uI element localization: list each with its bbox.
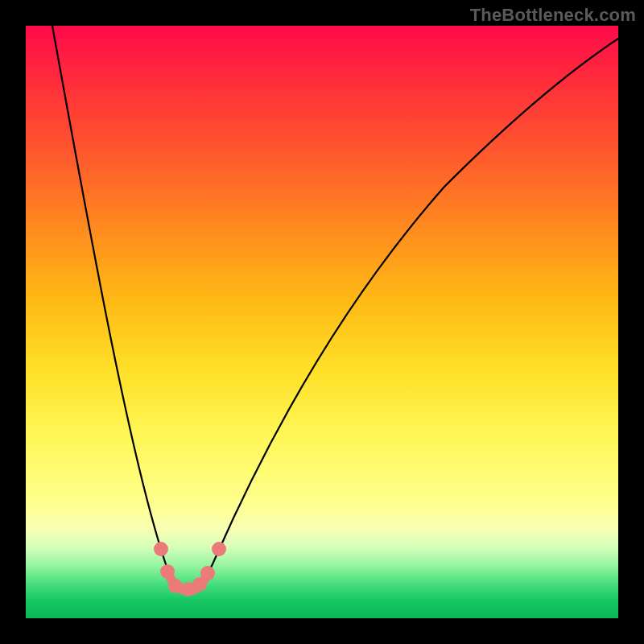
marker-dot	[212, 542, 226, 556]
watermark-text: TheBottleneck.com	[470, 5, 636, 26]
plot-area	[26, 26, 618, 618]
marker-group	[154, 542, 226, 597]
chart-frame: TheBottleneck.com	[0, 0, 644, 644]
marker-dot	[160, 564, 175, 579]
curve-svg	[26, 26, 618, 618]
marker-dot	[200, 566, 215, 580]
bottleneck-curve	[52, 26, 618, 589]
marker-dot	[168, 579, 183, 593]
marker-dot	[154, 542, 168, 556]
